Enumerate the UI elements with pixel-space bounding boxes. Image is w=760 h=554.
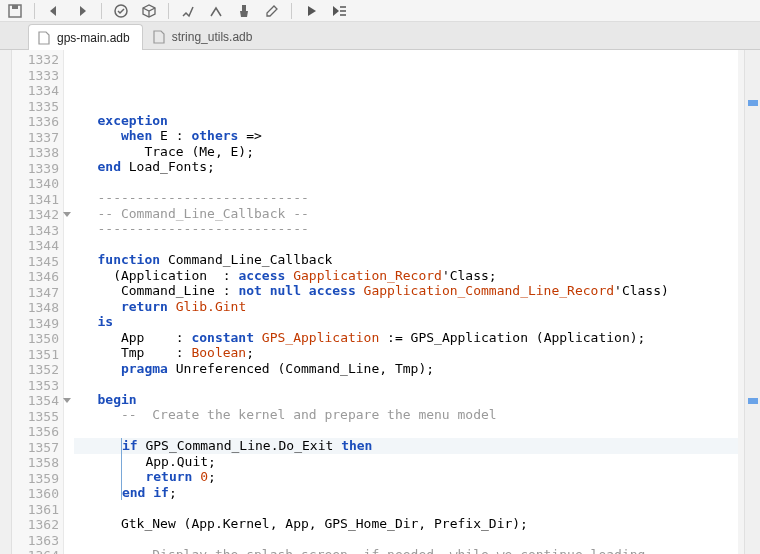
- code-line[interactable]: App : constant GPS_Application := GPS_Ap…: [74, 330, 744, 346]
- line-number[interactable]: 1343: [12, 223, 63, 239]
- line-number[interactable]: 1337: [12, 130, 63, 146]
- code-line[interactable]: is: [74, 314, 744, 330]
- tab-label: string_utils.adb: [172, 30, 253, 44]
- code-line[interactable]: if GPS_Command_Line.Do_Exit then: [74, 438, 744, 454]
- code-line[interactable]: Command_Line : not null access Gapplicat…: [74, 283, 744, 299]
- line-number[interactable]: 1356: [12, 424, 63, 440]
- line-number[interactable]: 1338: [12, 145, 63, 161]
- code-line[interactable]: end if;: [74, 485, 744, 501]
- run-config-icon[interactable]: [330, 2, 348, 20]
- line-number[interactable]: 1364: [12, 548, 63, 554]
- code-line[interactable]: Gtk_New (App.Kernel, App, GPS_Home_Dir, …: [74, 516, 744, 532]
- code-line[interactable]: ---------------------------: [74, 221, 744, 237]
- line-number[interactable]: 1346: [12, 269, 63, 285]
- code-line[interactable]: return Glib.Gint: [74, 299, 744, 315]
- code-line[interactable]: [74, 531, 744, 547]
- line-number[interactable]: 1336: [12, 114, 63, 130]
- line-number[interactable]: 1363: [12, 533, 63, 549]
- code-line[interactable]: return 0;: [74, 469, 744, 485]
- line-number[interactable]: 1332: [12, 52, 63, 68]
- line-number[interactable]: 1361: [12, 502, 63, 518]
- left-margin: [0, 50, 12, 554]
- line-number[interactable]: 1339: [12, 161, 63, 177]
- tab-gps-main-adb[interactable]: gps-main.adb: [28, 24, 143, 50]
- file-icon: [152, 30, 166, 44]
- tab-bar: gps-main.adbstring_utils.adb: [0, 22, 760, 50]
- overview-ruler[interactable]: [744, 50, 760, 554]
- line-number[interactable]: 1358: [12, 455, 63, 471]
- line-number[interactable]: 1355: [12, 409, 63, 425]
- line-gutter[interactable]: 1332133313341335133613371338133913401341…: [12, 50, 64, 554]
- code-line[interactable]: -- Display the splash screen, if needed,…: [74, 547, 744, 555]
- code-line[interactable]: Trace (Me, E);: [74, 144, 744, 160]
- code-line[interactable]: -- Command_Line_Callback --: [74, 206, 744, 222]
- line-number[interactable]: 1352: [12, 362, 63, 378]
- line-number[interactable]: 1335: [12, 99, 63, 115]
- code-line[interactable]: pragma Unreferenced (Command_Line, Tmp);: [74, 361, 744, 377]
- code-line[interactable]: -- Create the kernel and prepare the men…: [74, 407, 744, 423]
- line-number[interactable]: 1353: [12, 378, 63, 394]
- code-line[interactable]: begin: [74, 392, 744, 408]
- tab-string_utils-adb[interactable]: string_utils.adb: [143, 23, 266, 49]
- code-line[interactable]: function Command_Line_Callback: [74, 252, 744, 268]
- code-line[interactable]: App.Quit;: [74, 454, 744, 470]
- clean-icon[interactable]: [235, 2, 253, 20]
- file-icon: [37, 31, 51, 45]
- build-icon[interactable]: [179, 2, 197, 20]
- code-area[interactable]: exception when E : others => Trace (Me, …: [64, 50, 744, 554]
- line-number[interactable]: 1350: [12, 331, 63, 347]
- line-number[interactable]: 1342: [12, 207, 63, 223]
- edit-icon[interactable]: [263, 2, 281, 20]
- code-line[interactable]: [74, 500, 744, 516]
- svg-rect-1: [12, 5, 18, 9]
- line-number[interactable]: 1357: [12, 440, 63, 456]
- line-number[interactable]: 1333: [12, 68, 63, 84]
- build2-icon[interactable]: [207, 2, 225, 20]
- tab-label: gps-main.adb: [57, 31, 130, 45]
- line-number[interactable]: 1351: [12, 347, 63, 363]
- code-line[interactable]: [74, 376, 744, 392]
- code-line[interactable]: [74, 423, 744, 439]
- line-number[interactable]: 1354: [12, 393, 63, 409]
- save-icon[interactable]: [6, 2, 24, 20]
- back-icon[interactable]: [45, 2, 63, 20]
- line-number[interactable]: 1349: [12, 316, 63, 332]
- code-line[interactable]: Tmp : Boolean;: [74, 345, 744, 361]
- line-number[interactable]: 1348: [12, 300, 63, 316]
- check-icon[interactable]: [112, 2, 130, 20]
- line-number[interactable]: 1340: [12, 176, 63, 192]
- line-number[interactable]: 1359: [12, 471, 63, 487]
- toolbar: [0, 0, 760, 22]
- line-number[interactable]: 1344: [12, 238, 63, 254]
- run-icon[interactable]: [302, 2, 320, 20]
- code-line[interactable]: [74, 237, 744, 253]
- ruler-marker[interactable]: [748, 100, 758, 106]
- ruler-marker[interactable]: [748, 398, 758, 404]
- code-line[interactable]: exception: [74, 113, 744, 129]
- code-line[interactable]: [74, 97, 744, 113]
- line-number[interactable]: 1334: [12, 83, 63, 99]
- editor: 1332133313341335133613371338133913401341…: [0, 50, 760, 554]
- code-line[interactable]: when E : others =>: [74, 128, 744, 144]
- box-icon[interactable]: [140, 2, 158, 20]
- code-line[interactable]: ---------------------------: [74, 190, 744, 206]
- code-line[interactable]: (Application : access Gapplication_Recor…: [74, 268, 744, 284]
- code-line[interactable]: end Load_Fonts;: [74, 159, 744, 175]
- line-number[interactable]: 1347: [12, 285, 63, 301]
- svg-rect-3: [242, 5, 246, 11]
- line-number[interactable]: 1360: [12, 486, 63, 502]
- code-line[interactable]: [74, 175, 744, 191]
- line-number[interactable]: 1341: [12, 192, 63, 208]
- forward-icon[interactable]: [73, 2, 91, 20]
- line-number[interactable]: 1345: [12, 254, 63, 270]
- line-number[interactable]: 1362: [12, 517, 63, 533]
